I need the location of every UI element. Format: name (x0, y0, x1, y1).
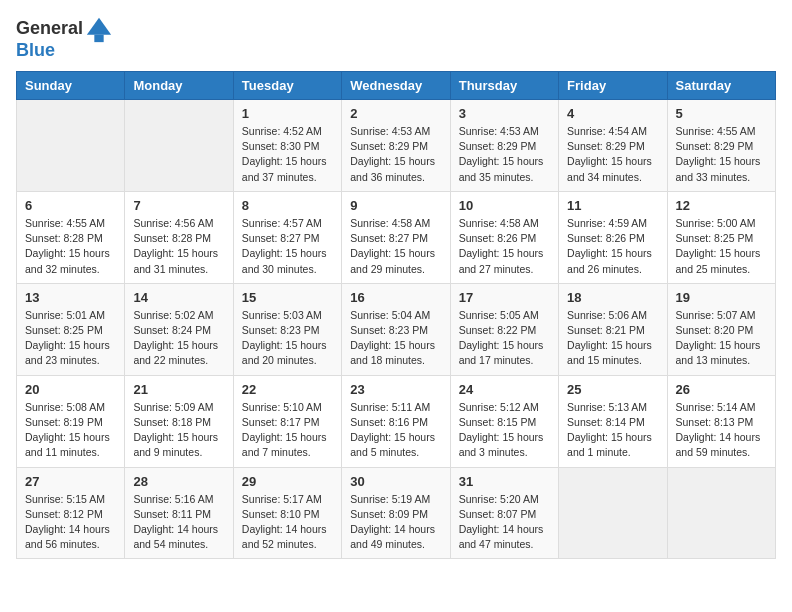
day-number: 6 (25, 198, 116, 213)
logo: General Blue (16, 16, 113, 61)
day-number: 19 (676, 290, 767, 305)
day-info: Sunrise: 5:09 AMSunset: 8:18 PMDaylight:… (133, 400, 224, 461)
logo-icon (85, 16, 113, 44)
day-number: 31 (459, 474, 550, 489)
day-number: 24 (459, 382, 550, 397)
day-info: Sunrise: 4:53 AMSunset: 8:29 PMDaylight:… (459, 124, 550, 185)
day-number: 25 (567, 382, 658, 397)
calendar-table: SundayMondayTuesdayWednesdayThursdayFrid… (16, 71, 776, 559)
calendar-cell: 4Sunrise: 4:54 AMSunset: 8:29 PMDaylight… (559, 100, 667, 192)
day-info: Sunrise: 5:14 AMSunset: 8:13 PMDaylight:… (676, 400, 767, 461)
calendar-cell: 24Sunrise: 5:12 AMSunset: 8:15 PMDayligh… (450, 375, 558, 467)
day-number: 12 (676, 198, 767, 213)
weekday-header-wednesday: Wednesday (342, 72, 450, 100)
day-info: Sunrise: 5:12 AMSunset: 8:15 PMDaylight:… (459, 400, 550, 461)
calendar-cell: 21Sunrise: 5:09 AMSunset: 8:18 PMDayligh… (125, 375, 233, 467)
day-number: 17 (459, 290, 550, 305)
day-info: Sunrise: 5:06 AMSunset: 8:21 PMDaylight:… (567, 308, 658, 369)
day-number: 7 (133, 198, 224, 213)
day-number: 14 (133, 290, 224, 305)
calendar-cell: 18Sunrise: 5:06 AMSunset: 8:21 PMDayligh… (559, 283, 667, 375)
weekday-header-tuesday: Tuesday (233, 72, 341, 100)
calendar-cell: 30Sunrise: 5:19 AMSunset: 8:09 PMDayligh… (342, 467, 450, 559)
calendar-cell (559, 467, 667, 559)
day-number: 1 (242, 106, 333, 121)
calendar-week-row: 27Sunrise: 5:15 AMSunset: 8:12 PMDayligh… (17, 467, 776, 559)
calendar-cell: 31Sunrise: 5:20 AMSunset: 8:07 PMDayligh… (450, 467, 558, 559)
day-info: Sunrise: 4:52 AMSunset: 8:30 PMDaylight:… (242, 124, 333, 185)
svg-rect-1 (94, 35, 103, 42)
calendar-cell: 2Sunrise: 4:53 AMSunset: 8:29 PMDaylight… (342, 100, 450, 192)
calendar-cell (125, 100, 233, 192)
calendar-cell: 19Sunrise: 5:07 AMSunset: 8:20 PMDayligh… (667, 283, 775, 375)
day-info: Sunrise: 4:57 AMSunset: 8:27 PMDaylight:… (242, 216, 333, 277)
day-info: Sunrise: 4:55 AMSunset: 8:28 PMDaylight:… (25, 216, 116, 277)
weekday-header-thursday: Thursday (450, 72, 558, 100)
day-info: Sunrise: 5:15 AMSunset: 8:12 PMDaylight:… (25, 492, 116, 553)
day-number: 3 (459, 106, 550, 121)
calendar-cell: 27Sunrise: 5:15 AMSunset: 8:12 PMDayligh… (17, 467, 125, 559)
day-number: 9 (350, 198, 441, 213)
day-number: 16 (350, 290, 441, 305)
svg-marker-0 (87, 18, 111, 35)
day-number: 15 (242, 290, 333, 305)
day-info: Sunrise: 4:59 AMSunset: 8:26 PMDaylight:… (567, 216, 658, 277)
day-number: 18 (567, 290, 658, 305)
calendar-cell: 5Sunrise: 4:55 AMSunset: 8:29 PMDaylight… (667, 100, 775, 192)
calendar-cell: 17Sunrise: 5:05 AMSunset: 8:22 PMDayligh… (450, 283, 558, 375)
day-number: 22 (242, 382, 333, 397)
calendar-cell (667, 467, 775, 559)
calendar-cell: 3Sunrise: 4:53 AMSunset: 8:29 PMDaylight… (450, 100, 558, 192)
calendar-cell: 1Sunrise: 4:52 AMSunset: 8:30 PMDaylight… (233, 100, 341, 192)
day-number: 27 (25, 474, 116, 489)
weekday-header-monday: Monday (125, 72, 233, 100)
calendar-cell: 10Sunrise: 4:58 AMSunset: 8:26 PMDayligh… (450, 191, 558, 283)
calendar-week-row: 13Sunrise: 5:01 AMSunset: 8:25 PMDayligh… (17, 283, 776, 375)
calendar-cell: 13Sunrise: 5:01 AMSunset: 8:25 PMDayligh… (17, 283, 125, 375)
day-info: Sunrise: 5:01 AMSunset: 8:25 PMDaylight:… (25, 308, 116, 369)
day-info: Sunrise: 5:20 AMSunset: 8:07 PMDaylight:… (459, 492, 550, 553)
calendar-cell: 23Sunrise: 5:11 AMSunset: 8:16 PMDayligh… (342, 375, 450, 467)
calendar-cell: 28Sunrise: 5:16 AMSunset: 8:11 PMDayligh… (125, 467, 233, 559)
page-header: General Blue (16, 16, 776, 61)
day-number: 28 (133, 474, 224, 489)
calendar-week-row: 20Sunrise: 5:08 AMSunset: 8:19 PMDayligh… (17, 375, 776, 467)
calendar-cell (17, 100, 125, 192)
day-info: Sunrise: 4:54 AMSunset: 8:29 PMDaylight:… (567, 124, 658, 185)
day-info: Sunrise: 5:04 AMSunset: 8:23 PMDaylight:… (350, 308, 441, 369)
day-number: 2 (350, 106, 441, 121)
calendar-cell: 8Sunrise: 4:57 AMSunset: 8:27 PMDaylight… (233, 191, 341, 283)
weekday-header-saturday: Saturday (667, 72, 775, 100)
day-info: Sunrise: 5:00 AMSunset: 8:25 PMDaylight:… (676, 216, 767, 277)
day-number: 21 (133, 382, 224, 397)
calendar-cell: 14Sunrise: 5:02 AMSunset: 8:24 PMDayligh… (125, 283, 233, 375)
weekday-header-friday: Friday (559, 72, 667, 100)
day-number: 5 (676, 106, 767, 121)
calendar-cell: 29Sunrise: 5:17 AMSunset: 8:10 PMDayligh… (233, 467, 341, 559)
day-info: Sunrise: 4:58 AMSunset: 8:26 PMDaylight:… (459, 216, 550, 277)
day-info: Sunrise: 5:08 AMSunset: 8:19 PMDaylight:… (25, 400, 116, 461)
day-info: Sunrise: 5:07 AMSunset: 8:20 PMDaylight:… (676, 308, 767, 369)
calendar-week-row: 1Sunrise: 4:52 AMSunset: 8:30 PMDaylight… (17, 100, 776, 192)
day-info: Sunrise: 5:03 AMSunset: 8:23 PMDaylight:… (242, 308, 333, 369)
day-number: 13 (25, 290, 116, 305)
day-info: Sunrise: 4:53 AMSunset: 8:29 PMDaylight:… (350, 124, 441, 185)
calendar-cell: 11Sunrise: 4:59 AMSunset: 8:26 PMDayligh… (559, 191, 667, 283)
day-number: 23 (350, 382, 441, 397)
day-info: Sunrise: 5:17 AMSunset: 8:10 PMDaylight:… (242, 492, 333, 553)
calendar-cell: 7Sunrise: 4:56 AMSunset: 8:28 PMDaylight… (125, 191, 233, 283)
calendar-cell: 12Sunrise: 5:00 AMSunset: 8:25 PMDayligh… (667, 191, 775, 283)
day-number: 20 (25, 382, 116, 397)
day-info: Sunrise: 5:02 AMSunset: 8:24 PMDaylight:… (133, 308, 224, 369)
day-number: 26 (676, 382, 767, 397)
calendar-week-row: 6Sunrise: 4:55 AMSunset: 8:28 PMDaylight… (17, 191, 776, 283)
day-info: Sunrise: 5:16 AMSunset: 8:11 PMDaylight:… (133, 492, 224, 553)
day-number: 10 (459, 198, 550, 213)
day-info: Sunrise: 4:56 AMSunset: 8:28 PMDaylight:… (133, 216, 224, 277)
calendar-cell: 16Sunrise: 5:04 AMSunset: 8:23 PMDayligh… (342, 283, 450, 375)
calendar-cell: 9Sunrise: 4:58 AMSunset: 8:27 PMDaylight… (342, 191, 450, 283)
day-info: Sunrise: 5:19 AMSunset: 8:09 PMDaylight:… (350, 492, 441, 553)
day-number: 11 (567, 198, 658, 213)
day-info: Sunrise: 5:13 AMSunset: 8:14 PMDaylight:… (567, 400, 658, 461)
weekday-header-row: SundayMondayTuesdayWednesdayThursdayFrid… (17, 72, 776, 100)
